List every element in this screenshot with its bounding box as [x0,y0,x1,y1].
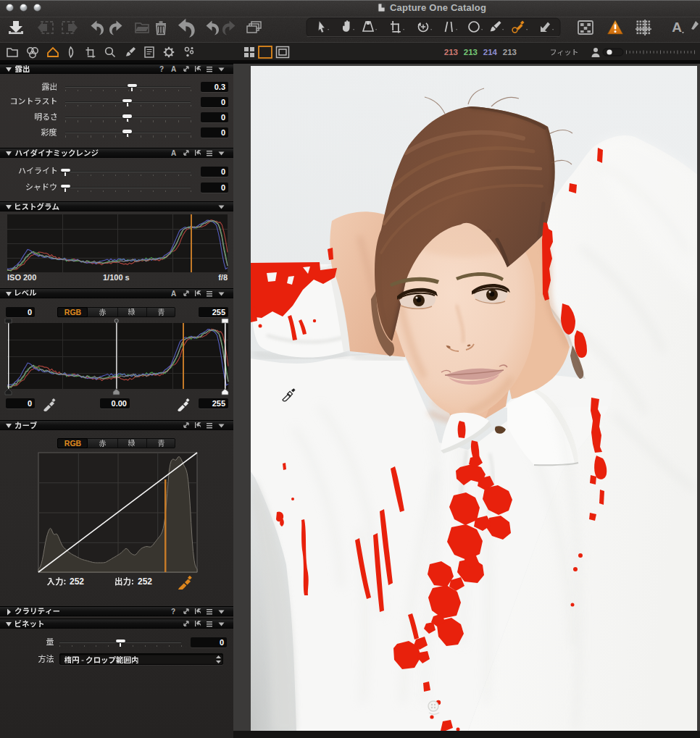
svg-text:214: 214 [483,48,498,56]
svg-text:A: A [171,149,176,157]
svg-text:A: A [171,290,176,298]
svg-text:213: 213 [464,48,478,56]
svg-text:213: 213 [503,48,517,56]
svg-text:A: A [672,20,682,35]
svg-text:?: ? [159,65,164,73]
svg-text:?: ? [171,608,175,616]
svg-text:213: 213 [444,48,458,56]
svg-text:A: A [171,65,176,73]
